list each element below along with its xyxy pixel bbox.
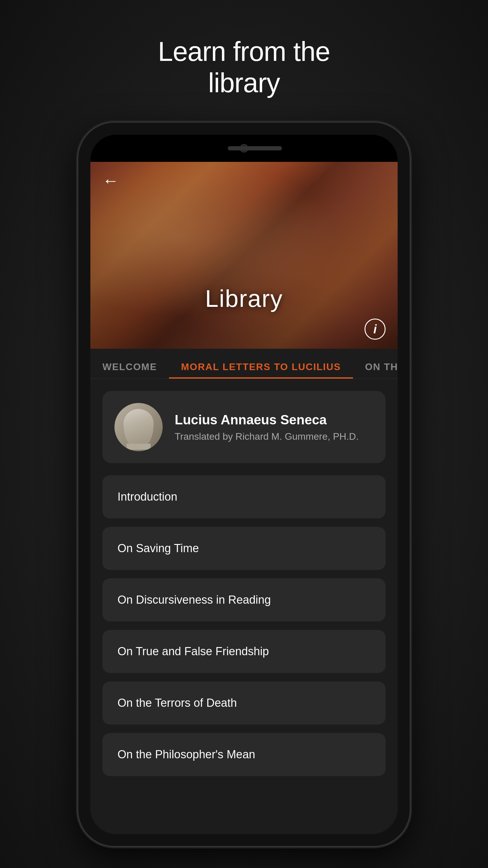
tab-moral-letters[interactable]: MORAL LETTERS TO LUCILIUS — [169, 361, 353, 378]
author-avatar — [115, 403, 163, 451]
speaker-bar — [228, 146, 282, 150]
content-area: Lucius Annaeus Seneca Translated by Rich… — [90, 379, 398, 834]
hero-image: ← Library i — [90, 162, 398, 349]
chapter-title: Introduction — [118, 490, 370, 503]
tab-bar: WELCOME MORAL LETTERS TO LUCILIUS ON THE… — [90, 349, 398, 379]
chapter-title: On Saving Time — [118, 542, 370, 555]
phone-screen: ← Library i WELCOME MORAL LETTERS TO LUC… — [90, 135, 398, 834]
chapter-item-friendship[interactable]: On True and False Friendship — [102, 630, 386, 673]
tab-welcome[interactable]: WELCOME — [90, 361, 169, 378]
author-name: Lucius Annaeus Seneca — [175, 412, 373, 427]
chapter-item-introduction[interactable]: Introduction — [102, 475, 386, 518]
chapter-item-discursiveness[interactable]: On Discursiveness in Reading — [102, 578, 386, 621]
chapter-item-saving-time[interactable]: On Saving Time — [102, 527, 386, 570]
back-button[interactable]: ← — [102, 171, 119, 190]
hero-title: Library — [90, 285, 398, 313]
author-card: Lucius Annaeus Seneca Translated by Rich… — [102, 391, 386, 463]
bust-icon — [124, 409, 154, 445]
tab-on-the-s[interactable]: ON THE S — [353, 361, 398, 378]
author-info: Lucius Annaeus Seneca Translated by Rich… — [175, 412, 373, 442]
chapter-item-mean[interactable]: On the Philosopher's Mean — [102, 733, 386, 776]
author-translator: Translated by Richard M. Gummere, PH.D. — [175, 431, 373, 442]
chapter-title: On the Terrors of Death — [118, 696, 370, 710]
chapter-item-death[interactable]: On the Terrors of Death — [102, 681, 386, 724]
phone-frame: ← Library i WELCOME MORAL LETTERS TO LUC… — [78, 123, 410, 846]
headline-line2: library — [208, 68, 280, 98]
chapter-title: On Discursiveness in Reading — [118, 593, 370, 607]
chapter-title: On the Philosopher's Mean — [118, 748, 370, 761]
chapter-list: Introduction On Saving Time On Discursiv… — [102, 475, 386, 776]
info-icon[interactable]: i — [364, 318, 386, 340]
headline-line1: Learn from the — [158, 36, 330, 67]
phone-status-bar — [90, 135, 398, 162]
page-headline: Learn from the library — [158, 36, 330, 98]
chapter-title: On True and False Friendship — [118, 645, 370, 658]
